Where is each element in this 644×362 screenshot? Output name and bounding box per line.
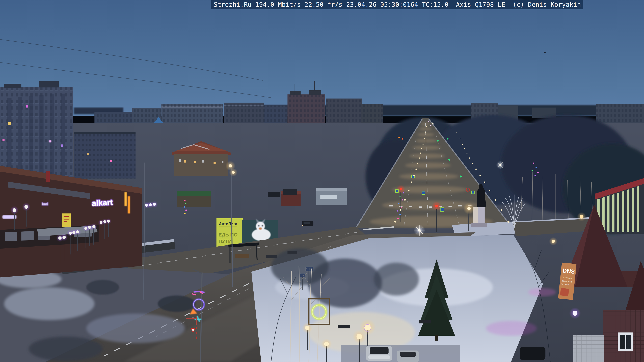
city-scene: АвтоЛига ЕДЬ ПО ПУТИ xyxy=(0,0,644,362)
webcam-frame: АвтоЛига ЕДЬ ПО ПУТИ xyxy=(0,0,644,362)
billboard-brand-text: АвтоЛига xyxy=(219,222,237,226)
castle-window xyxy=(618,333,633,352)
mall-store-sign-text: kari xyxy=(42,202,48,206)
parked-hatchback xyxy=(397,351,419,362)
car-moving xyxy=(302,221,314,226)
billboard-slogan-2: ПУТИ xyxy=(218,239,232,244)
dns-logo-text: DNS xyxy=(562,267,575,275)
parked-dark-car xyxy=(520,347,546,360)
magenta-road-glow xyxy=(486,321,537,336)
svg-text:alkart: alkart xyxy=(92,198,113,208)
crosswalk-sign xyxy=(472,191,474,194)
parked-suv xyxy=(366,346,392,361)
yellow-poster xyxy=(62,213,70,227)
apartment-row-mid xyxy=(74,132,136,179)
webcam-overlay-text: Strezhi.Ru 194.0 Mbit/s 22.50 fr/s 23.04… xyxy=(211,0,583,9)
billboard-slogan-1: ЕДЬ ПО xyxy=(218,232,238,238)
bird-speck xyxy=(544,52,546,53)
